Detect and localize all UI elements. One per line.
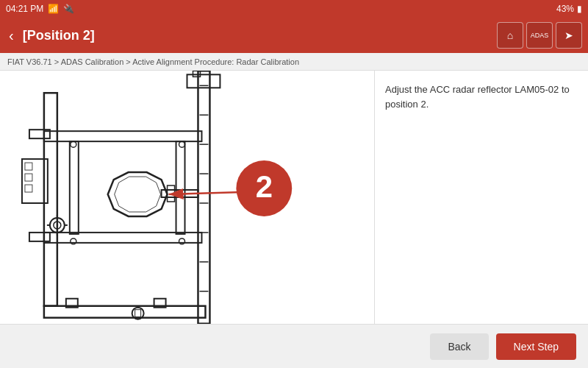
wifi-icon: 📶 <box>48 4 59 14</box>
status-right: 43% ▮ <box>556 4 582 14</box>
home-button[interactable]: ⌂ <box>497 22 523 49</box>
back-button[interactable]: ‹ <box>6 24 17 47</box>
diagram-svg: 2 <box>0 71 374 324</box>
time-display: 04:21 PM <box>6 4 43 14</box>
breadcrumb: FIAT V36.71 > ADAS Calibration > Active … <box>0 53 588 71</box>
status-left: 04:21 PM 📶 🔌 <box>6 4 74 14</box>
main-content: 2 Adjust the ACC radar reflector LAM05-0… <box>0 71 588 324</box>
next-step-button[interactable]: Next Step <box>496 333 576 360</box>
back-chevron-icon: ‹ <box>9 27 14 44</box>
adas-icon: ADAS <box>531 32 549 39</box>
header-icons: ⌂ ADAS ➤ <box>497 22 582 49</box>
header: ‹ [Position 2] ⌂ ADAS ➤ <box>0 18 588 53</box>
export-icon: ➤ <box>564 29 573 41</box>
svg-text:2: 2 <box>256 169 273 204</box>
page-title: [Position 2] <box>23 28 491 43</box>
battery-percent: 43% <box>556 4 574 14</box>
instruction-text: Adjust the ACC radar reflector LAM05-02 … <box>385 82 578 111</box>
back-action-button[interactable]: Back <box>430 333 488 360</box>
home-icon: ⌂ <box>507 29 513 41</box>
breadcrumb-text: FIAT V36.71 > ADAS Calibration > Active … <box>7 57 299 66</box>
export-button[interactable]: ➤ <box>556 22 582 49</box>
status-bar: 04:21 PM 📶 🔌 43% ▮ <box>0 0 588 18</box>
adas-button[interactable]: ADAS <box>526 22 553 49</box>
text-panel: Adjust the ACC radar reflector LAM05-02 … <box>375 71 588 324</box>
diagram-panel: 2 <box>0 71 375 324</box>
battery-icon: ▮ <box>577 4 582 14</box>
charging-icon: 🔌 <box>63 4 74 14</box>
bottom-bar: Back Next Step <box>0 324 588 368</box>
